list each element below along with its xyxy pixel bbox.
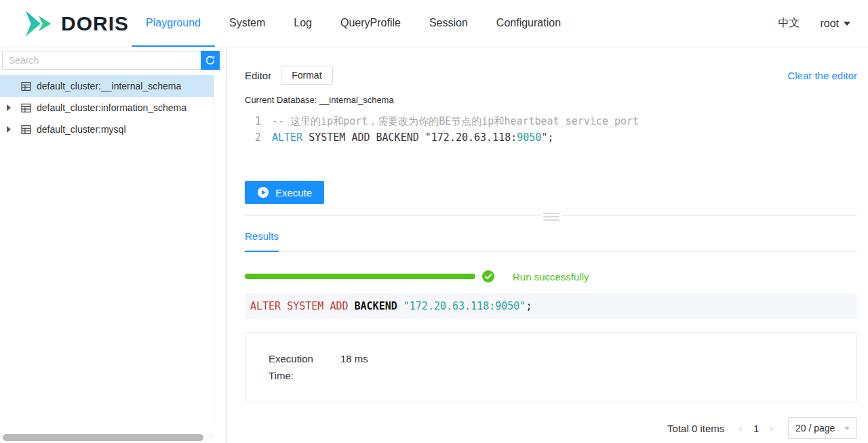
top-navbar: DORIS Playground System Log QueryProfile…: [0, 0, 868, 47]
result-sql-semicolon: ;: [526, 300, 532, 312]
tree-item-information-schema[interactable]: default_cluster:information_schema: [0, 97, 214, 119]
pagination: Total 0 items ‹ 1 › 20 / page: [245, 417, 857, 439]
prev-page-button[interactable]: ‹: [732, 421, 749, 435]
brand-name: DORIS: [61, 12, 129, 35]
caret-right-icon: [7, 104, 11, 111]
tree-item-label: default_cluster:information_schema: [37, 102, 186, 113]
editor-header: Editor Format Clear the editor: [245, 66, 857, 85]
page-size-value: 20 / page: [795, 423, 835, 434]
execution-time-label: Execution Time:: [269, 350, 328, 384]
database-icon: [21, 103, 31, 113]
expand-caret[interactable]: [1, 126, 16, 133]
caret-right-icon: [7, 126, 11, 133]
refresh-icon: [205, 55, 216, 66]
main-nav: Playground System Log QueryProfile Sessi…: [132, 0, 575, 47]
result-sql-backend: BACKEND: [349, 300, 403, 312]
executed-sql-display: ALTER SYSTEM ADD BACKEND "172.20.63.118:…: [245, 293, 857, 319]
next-page-button[interactable]: ›: [764, 421, 780, 435]
sql-string-open: "172.20.63.118:: [425, 131, 517, 144]
nav-item-playground[interactable]: Playground: [132, 0, 215, 47]
execution-time-value: 18 ms: [340, 350, 368, 384]
editor-line: 2 ALTER SYSTEM ADD BACKEND "172.20.63.11…: [245, 129, 857, 146]
current-database-label: Current Database: __internal_schema: [245, 95, 857, 105]
play-circle-icon: [257, 186, 269, 198]
tab-results[interactable]: Results: [245, 230, 279, 252]
database-icon: [21, 81, 31, 91]
execute-label: Execute: [275, 187, 312, 198]
caret-down-icon: [844, 22, 850, 26]
sql-comment: -- 这里的ip和port，需要改为你的BE节点的ip和heartbeat_se…: [272, 115, 639, 127]
sql-string-close: ";: [541, 131, 553, 144]
doris-logo[interactable]: DORIS: [23, 0, 129, 47]
execute-button[interactable]: Execute: [245, 181, 324, 204]
result-sql-keyword: ALTER SYSTEM ADD: [250, 300, 349, 312]
run-status-row: Run successfully: [245, 270, 857, 283]
search-input[interactable]: [2, 51, 201, 70]
format-button[interactable]: Format: [281, 66, 332, 85]
progress-bar: [245, 274, 475, 279]
execution-info-card: Execution Time: 18 ms: [245, 332, 857, 402]
results-tabbar: Results: [245, 230, 857, 252]
tree-item-mysql[interactable]: default_cluster:mysql: [0, 119, 214, 140]
header-right: 中文 root: [778, 0, 850, 47]
page-size-select[interactable]: 20 / page: [788, 417, 857, 439]
nav-item-queryprofile[interactable]: QueryProfile: [326, 0, 415, 47]
result-sql-string: "172.20.63.118:9050": [403, 300, 526, 312]
caret-down-icon: [844, 427, 850, 430]
search-bar: [0, 47, 226, 72]
sql-statement: SYSTEM ADD BACKEND: [302, 131, 425, 144]
tree-item-internal-schema[interactable]: default_cluster:__internal_schema: [0, 75, 214, 97]
user-menu[interactable]: root: [820, 18, 850, 30]
user-name: root: [820, 18, 839, 30]
line-number: 2: [245, 129, 261, 146]
expand-caret[interactable]: [1, 104, 16, 111]
line-number: 1: [245, 113, 261, 129]
database-icon: [21, 125, 31, 135]
nav-item-log[interactable]: Log: [279, 0, 326, 47]
sql-keyword: ALTER: [272, 131, 302, 144]
sql-editor[interactable]: 1 -- 这里的ip和port，需要改为你的BE节点的ip和heartbeat_…: [245, 113, 857, 146]
database-tree: default_cluster:__internal_schema defaul…: [0, 74, 214, 425]
editor-line: 1 -- 这里的ip和port，需要改为你的BE节点的ip和heartbeat_…: [245, 113, 857, 129]
sql-port-number: 9050: [517, 131, 541, 144]
check-circle-icon: [481, 270, 495, 283]
scrollbar-thumb[interactable]: [3, 434, 203, 441]
doris-logo-icon: [23, 9, 54, 38]
total-items-label: Total 0 items: [667, 423, 724, 434]
nav-item-configuration[interactable]: Configuration: [482, 0, 575, 47]
refresh-button[interactable]: [201, 51, 220, 70]
database-sidebar: default_cluster:__internal_schema defaul…: [0, 47, 226, 443]
nav-item-system[interactable]: System: [215, 0, 279, 47]
resize-handle[interactable]: [541, 212, 561, 222]
current-page-number[interactable]: 1: [749, 423, 764, 434]
playground-main: Editor Format Clear the editor Current D…: [226, 47, 868, 443]
tree-item-label: default_cluster:mysql: [37, 124, 126, 135]
run-status-text: Run successfully: [513, 271, 589, 282]
language-switch[interactable]: 中文: [778, 16, 800, 30]
nav-item-session[interactable]: Session: [415, 0, 482, 47]
horizontal-scrollbar: [0, 434, 214, 442]
clear-editor-link[interactable]: Clear the editor: [787, 70, 857, 81]
editor-title: Editor: [245, 70, 271, 81]
editor-results-divider: [245, 215, 857, 216]
tree-item-label: default_cluster:__internal_schema: [37, 81, 181, 91]
